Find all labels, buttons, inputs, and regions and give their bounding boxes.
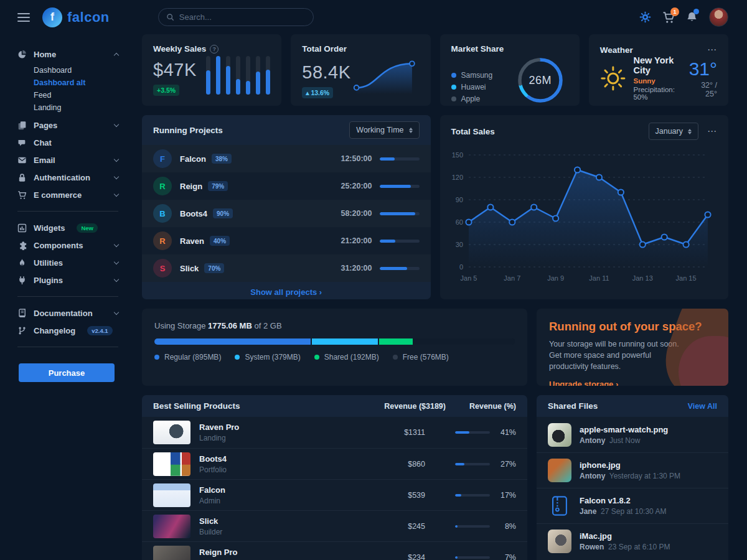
lock-icon xyxy=(17,173,27,182)
sidebar-subitem-feed[interactable]: Feed xyxy=(34,89,118,101)
total-order-card: Total Order 58.4K ▴ 13.6% xyxy=(291,34,430,106)
storage-segment-3 xyxy=(414,338,515,345)
project-avatar: B xyxy=(153,204,172,223)
project-time: 21:20:00 xyxy=(341,236,372,245)
upgrade-space-card: Running out of your space? Your storage … xyxy=(537,309,728,386)
sidebar-item-changelog[interactable]: Changelogv2.4.1 xyxy=(17,322,118,339)
cart-icon xyxy=(17,190,27,200)
sidebar-item-plugins[interactable]: Plugins xyxy=(17,271,118,289)
shared-files-title: Shared Files xyxy=(548,401,598,411)
project-name: Slick xyxy=(180,264,199,273)
settings-gear-icon[interactable] xyxy=(639,11,651,23)
project-name: Raven xyxy=(180,236,204,246)
product-category[interactable]: Portfolio xyxy=(199,465,227,474)
sidebar-item-e-commerce[interactable]: E commerce xyxy=(17,186,118,203)
purchase-button[interactable]: Purchase xyxy=(19,363,115,382)
svg-text:30: 30 xyxy=(455,241,463,248)
product-thumbnail xyxy=(153,421,190,444)
sidebar-item-pages[interactable]: Pages xyxy=(17,116,118,134)
product-info: FalconAdmin xyxy=(199,485,225,505)
user-avatar[interactable] xyxy=(709,7,728,27)
file-name[interactable]: Falcon v1.8.2 xyxy=(580,496,666,505)
project-percent-badge: 79% xyxy=(208,181,228,191)
sidebar-subitem-dashboard[interactable]: Dashboard xyxy=(34,64,118,77)
hamburger-menu-icon[interactable] xyxy=(17,13,30,22)
storage-legend-item: Free (576MB) xyxy=(393,353,449,362)
sidebar-item-email[interactable]: Email xyxy=(17,151,118,169)
product-category[interactable]: Admin xyxy=(199,497,225,505)
project-percent-badge: 38% xyxy=(212,154,232,164)
sidebar-item-authentication[interactable]: Authentication xyxy=(17,169,118,186)
puzzle-icon xyxy=(17,241,27,250)
total-sales-more-icon[interactable] xyxy=(707,126,717,137)
search-input[interactable] xyxy=(179,12,306,22)
view-all-link[interactable]: View All xyxy=(688,402,717,411)
project-row-slick[interactable]: SSlick70%31:20:00 xyxy=(142,254,431,282)
falcon-logo[interactable]: f falcon xyxy=(42,7,110,27)
project-avatar: F xyxy=(153,149,172,168)
chevron-down-icon xyxy=(114,156,119,161)
weather-more-icon[interactable] xyxy=(707,44,717,55)
cart-icon-button[interactable]: 1 xyxy=(662,11,675,24)
table-row-boots4[interactable]: Boots4Portfolio$86027% xyxy=(142,448,527,479)
table-row-falcon[interactable]: FalconAdmin$53917% xyxy=(142,479,527,510)
sidebar-item-home[interactable]: Home xyxy=(17,45,118,63)
project-percent-badge: 40% xyxy=(210,236,230,246)
product-category[interactable]: Landing xyxy=(199,434,239,442)
product-info: Boots4Portfolio xyxy=(199,454,227,474)
table-row-slick[interactable]: SlickBuilder$2458% xyxy=(142,510,527,541)
legend-label: Huawei xyxy=(461,83,486,91)
sidebar-item-label: Documentation xyxy=(34,309,93,318)
sidebar-item-label: Authentication xyxy=(34,173,90,182)
info-question-icon[interactable]: ? xyxy=(210,45,218,54)
sidebar-item-components[interactable]: Components xyxy=(17,236,118,254)
plug-icon xyxy=(17,276,27,285)
product-revenue: $1311 xyxy=(382,428,425,437)
working-time-select[interactable]: Working Time xyxy=(349,121,419,139)
chevron-down-icon xyxy=(114,309,119,314)
table-row-raven-pro[interactable]: Raven ProLanding$131141% xyxy=(142,417,527,448)
project-row-reign[interactable]: RReign79%25:20:00 xyxy=(142,172,431,200)
best-selling-card: Best Selling Products Revenue ($3189) Re… xyxy=(142,395,527,560)
sidebar-subitem-landing[interactable]: Landing xyxy=(34,101,118,114)
sort-icon xyxy=(409,128,413,133)
table-row-reign-pro[interactable]: Reign ProAgency$2347% xyxy=(142,541,527,560)
legend-dot xyxy=(314,355,319,360)
file-user: Antony xyxy=(580,472,605,480)
file-name[interactable]: apple-smart-watch.png xyxy=(580,425,668,434)
project-row-falcon[interactable]: FFalcon38%12:50:00 xyxy=(142,145,431,172)
project-row-boots4[interactable]: BBoots490%58:20:00 xyxy=(142,200,431,227)
file-meta: Antony Just Now xyxy=(580,436,668,445)
file-name[interactable]: iMac.jpg xyxy=(580,531,670,541)
svg-text:60: 60 xyxy=(455,218,463,226)
total-order-value: 58.4K xyxy=(302,62,350,83)
sidebar-item-chat[interactable]: Chat xyxy=(17,134,118,151)
search-box[interactable] xyxy=(158,8,314,26)
total-order-badge: ▴ 13.6% xyxy=(302,87,333,98)
file-item-imac[interactable]: iMac.jpgRowen 23 Sep at 6:10 PM xyxy=(537,523,728,559)
file-item-iphone[interactable]: iphone.jpgAntony Yesterday at 1:30 PM xyxy=(537,452,728,488)
upgrade-storage-link[interactable]: Upgrade storage xyxy=(549,380,618,386)
product-name: Raven Pro xyxy=(199,422,239,432)
file-item-zip[interactable]: Falcon v1.8.2Jane 27 Sep at 10:30 AM xyxy=(537,488,728,523)
file-name[interactable]: iphone.jpg xyxy=(580,460,680,470)
file-item-watch[interactable]: apple-smart-watch.pngAntony Just Now xyxy=(537,417,728,452)
total-sales-card: Total Sales January 0306090120150Jan 5Ja… xyxy=(440,115,729,299)
storage-card: Using Storage 1775.06 MB of 2 GB Regular… xyxy=(142,309,527,386)
product-category[interactable]: Builder xyxy=(199,528,222,536)
legend-dot xyxy=(393,355,398,360)
sidebar-item-utilities[interactable]: Utilities xyxy=(17,254,118,271)
sidebar-subitem-dashboard-alt[interactable]: Dashboard alt xyxy=(34,77,118,89)
shared-files-list: apple-smart-watch.pngAntony Just Nowipho… xyxy=(537,417,728,559)
file-user: Rowen xyxy=(580,543,604,551)
show-all-projects-link[interactable]: Show all projects xyxy=(142,282,431,299)
project-row-raven[interactable]: RRaven40%21:20:00 xyxy=(142,227,431,254)
sidebar-item-documentation[interactable]: Documentation xyxy=(17,304,118,322)
best-selling-title: Best Selling Products xyxy=(153,401,240,411)
project-progress-bar xyxy=(380,267,420,270)
weather-temp: 31° xyxy=(689,58,717,80)
month-select[interactable]: January xyxy=(649,123,698,140)
notifications-bell-icon[interactable] xyxy=(686,11,698,23)
sidebar-item-widgets[interactable]: WidgetsNew xyxy=(17,219,118,236)
product-revenue-pct: 17% xyxy=(496,491,516,500)
